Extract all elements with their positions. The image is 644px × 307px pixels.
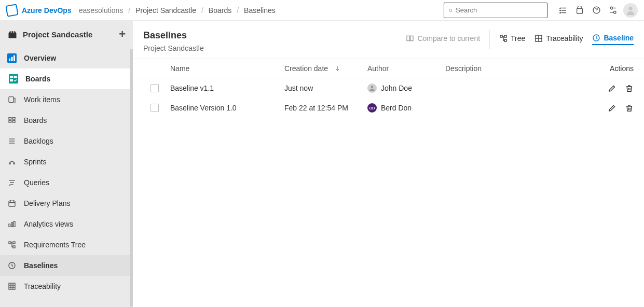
svg-rect-41 — [13, 246, 15, 248]
sidebar-item-queries[interactable]: Queries — [0, 172, 133, 193]
svg-line-1 — [451, 11, 453, 12]
svg-rect-18 — [10, 79, 13, 82]
work-item-icon — [7, 95, 17, 104]
brand-label[interactable]: Azure DevOps — [22, 6, 72, 15]
creation-header-label: Creation date — [284, 64, 328, 73]
sidebar-item-backlogs[interactable]: Backlogs — [0, 131, 133, 151]
sidebar-item-label: Sprints — [24, 158, 47, 166]
breadcrumb-project[interactable]: Project Sandcastle — [135, 6, 196, 15]
baseline-icon — [592, 34, 600, 42]
user-avatar[interactable] — [623, 3, 638, 18]
svg-rect-38 — [13, 221, 15, 227]
table-row[interactable]: Baseline v1.1 Just now John Doe — [133, 78, 644, 98]
svg-rect-49 — [410, 36, 413, 40]
sidebar-item-traceability[interactable]: Traceability — [0, 276, 133, 297]
sidebar-item-analytics-views[interactable]: Analytics views — [0, 214, 133, 234]
analytics-icon — [7, 219, 17, 229]
svg-rect-37 — [11, 222, 13, 227]
compare-button[interactable]: Compare to current — [406, 34, 480, 45]
svg-point-28 — [13, 163, 15, 164]
search-input[interactable] — [456, 6, 543, 14]
row-checkbox-cell — [139, 84, 170, 92]
azure-devops-logo-icon — [5, 4, 18, 17]
svg-rect-43 — [9, 283, 15, 289]
delete-button[interactable] — [625, 104, 634, 113]
sidebar-project-header[interactable]: Project Sandcastle + — [0, 21, 133, 48]
svg-rect-19 — [9, 97, 13, 103]
svg-point-0 — [449, 9, 451, 11]
edit-icon — [608, 104, 616, 113]
topbar: Azure DevOps easesolutions / Project San… — [0, 0, 644, 21]
svg-rect-20 — [9, 118, 11, 119]
svg-rect-32 — [9, 201, 15, 206]
tree-icon — [7, 240, 17, 249]
settings-icon[interactable] — [606, 3, 620, 18]
svg-rect-22 — [9, 121, 11, 122]
baseline-view-button[interactable]: Baseline — [592, 34, 634, 45]
svg-rect-50 — [500, 35, 502, 37]
author-avatar-icon — [367, 83, 377, 93]
sidebar-item-work-items[interactable]: Work items — [0, 89, 133, 110]
column-header-creation[interactable]: Creation date — [284, 64, 367, 73]
sidebar: Project Sandcastle + Overview Boards Wor… — [0, 21, 133, 307]
traceability-view-button[interactable]: Traceability — [535, 34, 583, 45]
add-button[interactable]: + — [119, 27, 126, 41]
row-checkbox[interactable] — [150, 84, 159, 92]
sidebar-item-requirements-tree[interactable]: Requirements Tree — [0, 234, 133, 255]
svg-rect-52 — [504, 39, 506, 41]
svg-rect-13 — [11, 57, 13, 61]
trash-icon — [625, 84, 634, 93]
compare-label: Compare to current — [417, 34, 480, 43]
sidebar-item-overview[interactable]: Overview — [0, 48, 133, 68]
sidebar-item-label: Traceability — [24, 282, 61, 290]
svg-rect-48 — [407, 36, 409, 40]
sidebar-item-label: Overview — [24, 54, 56, 62]
column-header-name[interactable]: Name — [170, 64, 284, 73]
column-header-author[interactable]: Author — [367, 64, 445, 73]
sprint-icon — [7, 157, 17, 166]
edit-button[interactable] — [608, 104, 616, 113]
board-icon — [7, 116, 17, 125]
delivery-plans-icon — [7, 199, 17, 208]
main-content: Baselines Project Sandcastle Compare to … — [133, 21, 644, 307]
help-icon[interactable] — [589, 3, 604, 18]
column-header-actions: Actions — [592, 64, 634, 73]
boards-icon — [9, 74, 18, 83]
breadcrumb-boards[interactable]: Boards — [209, 6, 231, 15]
column-header-description[interactable]: Description — [445, 64, 592, 73]
page-actions: Compare to current Tree Traceability Bas… — [406, 30, 634, 49]
svg-rect-36 — [9, 224, 10, 227]
tree-view-button[interactable]: Tree — [499, 34, 525, 45]
author-name: Berd Don — [381, 104, 412, 112]
queries-icon — [7, 178, 17, 187]
page-title: Baselines — [143, 30, 204, 41]
svg-rect-51 — [504, 35, 506, 37]
svg-rect-5 — [577, 8, 583, 13]
sidebar-item-boards-sub[interactable]: Boards — [0, 110, 133, 131]
author-name: John Doe — [381, 84, 412, 92]
svg-rect-12 — [9, 59, 10, 61]
sidebar-item-label: Backlogs — [24, 137, 53, 145]
baselines-table: Name Creation date Author Description Ac… — [133, 59, 644, 118]
sidebar-item-delivery-plans[interactable]: Delivery Plans — [0, 193, 133, 214]
sidebar-item-label: Requirements Tree — [24, 241, 86, 249]
row-name: Baseline v1.1 — [170, 84, 284, 92]
search-box[interactable] — [444, 3, 547, 18]
compare-icon — [406, 34, 414, 43]
edit-button[interactable] — [608, 84, 616, 93]
row-checkbox[interactable] — [150, 104, 159, 112]
svg-rect-17 — [14, 76, 17, 78]
org-name[interactable]: easesolutions — [79, 6, 124, 15]
sidebar-item-boards[interactable]: Boards — [0, 68, 133, 89]
breadcrumb-baselines[interactable]: Baselines — [244, 6, 276, 15]
delete-button[interactable] — [625, 84, 634, 93]
breadcrumb-separator: / — [201, 6, 203, 15]
sidebar-item-sprints[interactable]: Sprints — [0, 151, 133, 172]
row-name: Baseline Version 1.0 — [170, 104, 284, 112]
marketplace-icon[interactable] — [572, 3, 587, 18]
table-row[interactable]: Baseline Version 1.0 Feb 22 at 12:54 PM … — [133, 98, 644, 118]
sidebar-item-baselines[interactable]: Baselines — [0, 255, 133, 276]
sort-desc-icon — [334, 65, 340, 72]
tree-label: Tree — [511, 34, 525, 43]
work-items-icon[interactable] — [556, 3, 570, 18]
